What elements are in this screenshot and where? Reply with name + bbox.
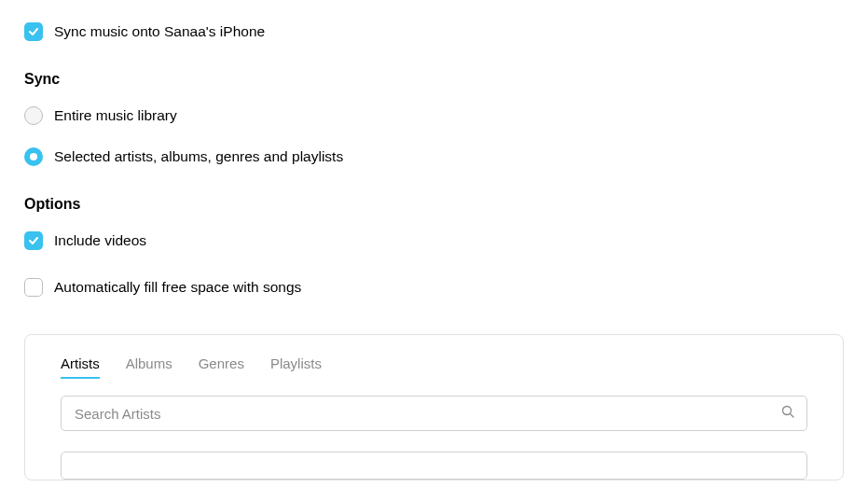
sync-music-label: Sync music onto Sanaa's iPhone bbox=[54, 23, 265, 40]
check-icon bbox=[28, 235, 39, 246]
check-icon bbox=[28, 26, 39, 37]
sync-music-checkbox[interactable] bbox=[24, 22, 43, 41]
tabs-bar: Artists Albums Genres Playlists bbox=[61, 355, 807, 379]
options-section-title: Options bbox=[24, 196, 844, 213]
auto-fill-checkbox[interactable] bbox=[24, 278, 43, 297]
auto-fill-label: Automatically fill free space with songs bbox=[54, 279, 301, 296]
search-icon bbox=[781, 405, 794, 422]
tab-artists[interactable]: Artists bbox=[61, 355, 100, 379]
tab-albums[interactable]: Albums bbox=[126, 355, 172, 379]
tab-genres[interactable]: Genres bbox=[199, 355, 244, 379]
include-videos-label: Include videos bbox=[54, 232, 146, 249]
include-videos-checkbox[interactable] bbox=[24, 231, 43, 250]
svg-line-1 bbox=[791, 414, 794, 418]
sync-music-row: Sync music onto Sanaa's iPhone bbox=[24, 22, 844, 41]
tab-playlists[interactable]: Playlists bbox=[270, 355, 322, 379]
search-input[interactable] bbox=[61, 396, 807, 431]
selected-items-row: Selected artists, albums, genres and pla… bbox=[24, 147, 844, 166]
sync-section-title: Sync bbox=[24, 71, 844, 88]
selected-items-radio[interactable] bbox=[24, 147, 43, 166]
search-box bbox=[61, 396, 807, 431]
entire-library-row: Entire music library bbox=[24, 106, 844, 125]
entire-library-label: Entire music library bbox=[54, 107, 177, 124]
include-videos-row: Include videos bbox=[24, 231, 844, 250]
selected-items-label: Selected artists, albums, genres and pla… bbox=[54, 148, 343, 165]
entire-library-radio[interactable] bbox=[24, 106, 43, 125]
artists-list[interactable] bbox=[61, 452, 807, 480]
auto-fill-row: Automatically fill free space with songs bbox=[24, 278, 844, 297]
content-panel: Artists Albums Genres Playlists bbox=[24, 334, 844, 480]
